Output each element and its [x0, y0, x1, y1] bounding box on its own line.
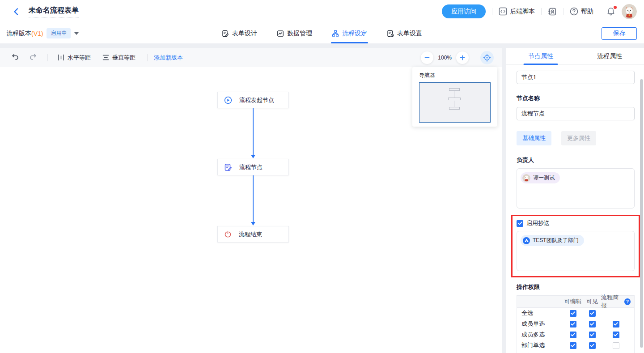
checkbox-checked[interactable]: [613, 321, 619, 327]
notifications-button[interactable]: [606, 7, 615, 16]
vertical-spacing-icon: [102, 54, 109, 61]
permission-row: 成员多选: [517, 329, 634, 340]
avatar-image: [622, 4, 637, 19]
flow-node[interactable]: 流程发起节点: [217, 92, 289, 108]
version-number: (V1): [31, 30, 43, 37]
cc-tag[interactable]: TEST团队及子部门: [521, 235, 584, 246]
permissions-label: 操作权限: [517, 283, 635, 291]
cc-picker[interactable]: TEST团队及子部门: [517, 231, 635, 271]
contacts-button[interactable]: [548, 7, 557, 16]
panel-tabs: 节点属性 流程属性: [506, 48, 644, 65]
tab-data-manage[interactable]: 数据管理: [277, 23, 312, 43]
department-icon: [523, 237, 530, 244]
back-button[interactable]: [10, 5, 22, 18]
zoom-level: 100%: [438, 55, 452, 61]
report-help-icon[interactable]: ?: [624, 298, 631, 305]
horizontal-spacing-button[interactable]: 水平等距: [58, 54, 91, 62]
node-name-input[interactable]: [517, 107, 635, 120]
backend-script-label: 后端脚本: [510, 8, 535, 16]
checkbox-unchecked[interactable]: [613, 342, 619, 349]
checkbox-checked[interactable]: [589, 332, 596, 338]
undo-icon: [11, 54, 19, 61]
crosshair-icon: [483, 54, 491, 62]
tab-form-design[interactable]: 表单设计: [222, 23, 257, 43]
checkbox-checked[interactable]: [589, 321, 596, 327]
divider: [600, 8, 600, 15]
flow-canvas[interactable]: 水平等距 垂直等距 添加新版本 100%: [0, 48, 502, 353]
divider: [147, 54, 148, 61]
panel-scrollbar[interactable]: [640, 79, 643, 348]
backend-script-button[interactable]: 后端脚本: [499, 7, 535, 16]
checkbox-checked[interactable]: [570, 310, 576, 317]
fit-view-button[interactable]: [480, 51, 494, 64]
add-new-version-link[interactable]: 添加新版本: [154, 54, 183, 62]
node-name-label: 节点名称: [517, 94, 635, 102]
tab-flow-setting[interactable]: 流程设定: [332, 23, 367, 43]
node-title-input[interactable]: [517, 71, 635, 84]
owner-tag[interactable]: 谭一测试: [521, 172, 560, 183]
permission-row-label: 部门单选: [521, 341, 563, 349]
owner-picker[interactable]: 谭一测试: [517, 168, 635, 208]
flow-node-label: 流程节点: [239, 163, 263, 171]
vertical-spacing-label: 垂直等距: [112, 54, 136, 62]
form-config-icon: [387, 30, 394, 37]
checkbox-checked[interactable]: [570, 321, 576, 327]
notification-dot: [614, 6, 617, 9]
property-panel: 节点属性 流程属性 节点名称 基础属性 更多属性 负责人 谭一测试: [506, 48, 644, 353]
play-icon: [224, 96, 232, 104]
basic-props-button[interactable]: 基础属性: [517, 131, 551, 145]
zoom-in-button[interactable]: [456, 51, 469, 64]
minimap[interactable]: [419, 82, 491, 123]
status-badge: 启用中: [47, 28, 71, 38]
help-button[interactable]: 帮助: [570, 7, 593, 16]
tab-node-properties[interactable]: 节点属性: [506, 48, 575, 64]
divider: [563, 8, 564, 15]
app-access-button[interactable]: 应用访问: [442, 4, 486, 18]
tab-flow-properties[interactable]: 流程属性: [575, 48, 644, 64]
minimap-edge: [454, 91, 454, 98]
back-chevron-icon: [12, 8, 20, 16]
cc-enabled-checkbox[interactable]: [517, 220, 523, 227]
permission-row-label: 成员单选: [521, 320, 563, 328]
cc-enabled-label: 启用抄送: [526, 219, 550, 227]
checkbox-checked[interactable]: [570, 342, 576, 349]
avatar-image: [522, 174, 530, 182]
canvas-toolbar: 水平等距 垂直等距 添加新版本 100%: [0, 48, 502, 67]
column-report: 流程简报 ?: [601, 293, 631, 310]
checkbox-checked[interactable]: [589, 310, 596, 317]
horizontal-spacing-label: 水平等距: [68, 54, 91, 62]
code-icon: [499, 7, 507, 16]
flow-node[interactable]: 流程节点: [217, 159, 289, 175]
navigator-title: 导航器: [419, 72, 491, 79]
user-avatar[interactable]: [622, 4, 637, 19]
permission-row-label: 全选: [521, 309, 563, 317]
flow-node-label: 流程发起节点: [239, 96, 274, 104]
owner-label: 负责人: [517, 156, 635, 164]
minimap-edge: [454, 101, 454, 107]
more-props-button[interactable]: 更多属性: [561, 131, 596, 145]
zoom-out-button[interactable]: [421, 51, 433, 64]
owner-avatar: [522, 174, 530, 182]
minimap-node: [449, 88, 460, 91]
version-label: 流程版本: [6, 30, 31, 38]
flow-node[interactable]: 流程结束: [217, 226, 289, 242]
owner-tag-label: 谭一测试: [533, 174, 555, 182]
checkbox-checked[interactable]: [613, 332, 619, 338]
version-bar: 流程版本 (V1) 启用中 表单设计 数据管理 流程设定 表单设置 保存: [0, 23, 644, 43]
redo-button[interactable]: [29, 54, 38, 61]
tab-form-config[interactable]: 表单设置: [387, 23, 422, 43]
form-design-icon: [222, 30, 229, 37]
divider: [47, 54, 48, 61]
version-dropdown-caret-icon[interactable]: [74, 32, 79, 35]
permission-row: 部门单选: [517, 340, 634, 351]
checkbox-checked[interactable]: [589, 342, 596, 349]
vertical-spacing-button[interactable]: 垂直等距: [102, 54, 136, 62]
minimap-node: [448, 98, 461, 100]
divider: [541, 8, 542, 15]
undo-button[interactable]: [11, 54, 19, 61]
permissions-table: 可编辑 可见 流程简报 ? 全选成员单选成员多选部门单选部门多选: [517, 295, 635, 353]
page-title[interactable]: 未命名流程表单: [29, 6, 79, 17]
checkbox-checked[interactable]: [570, 332, 576, 338]
save-button[interactable]: 保存: [602, 27, 637, 40]
cc-tag-label: TEST团队及子部门: [533, 237, 579, 244]
